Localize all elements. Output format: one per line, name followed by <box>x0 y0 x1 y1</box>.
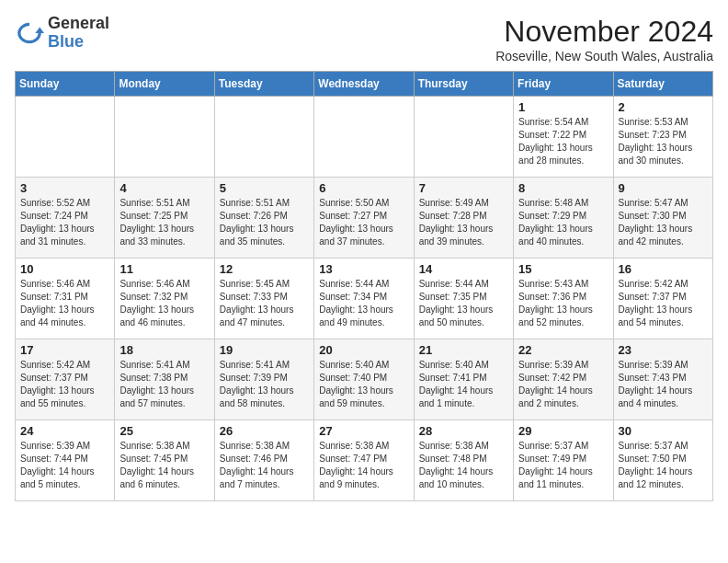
day-info: Sunrise: 5:37 AM Sunset: 7:50 PM Dayligh… <box>619 440 708 491</box>
calendar-cell: 17Sunrise: 5:42 AM Sunset: 7:37 PM Dayli… <box>16 339 115 420</box>
day-info: Sunrise: 5:39 AM Sunset: 7:44 PM Dayligh… <box>20 440 109 491</box>
day-number: 17 <box>20 343 109 357</box>
header-tuesday: Tuesday <box>214 72 313 97</box>
calendar-cell: 9Sunrise: 5:47 AM Sunset: 7:30 PM Daylig… <box>613 178 712 259</box>
calendar-cell: 3Sunrise: 5:52 AM Sunset: 7:24 PM Daylig… <box>16 178 115 259</box>
day-info: Sunrise: 5:46 AM Sunset: 7:31 PM Dayligh… <box>20 278 109 329</box>
calendar-table: Sunday Monday Tuesday Wednesday Thursday… <box>15 71 713 501</box>
day-number: 11 <box>119 262 209 276</box>
day-info: Sunrise: 5:49 AM Sunset: 7:28 PM Dayligh… <box>419 197 508 248</box>
day-info: Sunrise: 5:48 AM Sunset: 7:29 PM Dayligh… <box>518 197 608 248</box>
day-number: 23 <box>619 343 708 357</box>
calendar-week-row: 1Sunrise: 5:54 AM Sunset: 7:22 PM Daylig… <box>16 97 713 178</box>
day-info: Sunrise: 5:52 AM Sunset: 7:24 PM Dayligh… <box>20 197 109 248</box>
calendar-cell: 24Sunrise: 5:39 AM Sunset: 7:44 PM Dayli… <box>16 420 115 501</box>
day-info: Sunrise: 5:41 AM Sunset: 7:39 PM Dayligh… <box>220 359 309 410</box>
calendar-cell <box>314 97 414 178</box>
day-number: 2 <box>619 100 708 114</box>
day-number: 20 <box>319 343 408 357</box>
calendar-cell <box>414 97 513 178</box>
day-info: Sunrise: 5:44 AM Sunset: 7:35 PM Dayligh… <box>419 278 508 329</box>
calendar-cell: 12Sunrise: 5:45 AM Sunset: 7:33 PM Dayli… <box>214 259 313 339</box>
header-monday: Monday <box>115 72 214 97</box>
day-info: Sunrise: 5:47 AM Sunset: 7:30 PM Dayligh… <box>619 197 708 248</box>
header-sunday: Sunday <box>16 72 115 97</box>
day-number: 24 <box>20 424 109 438</box>
day-info: Sunrise: 5:39 AM Sunset: 7:43 PM Dayligh… <box>619 359 708 410</box>
day-number: 9 <box>619 181 708 195</box>
day-info: Sunrise: 5:40 AM Sunset: 7:40 PM Dayligh… <box>319 359 408 410</box>
page-header: General Blue November 2024 Roseville, Ne… <box>15 15 713 63</box>
calendar-week-row: 10Sunrise: 5:46 AM Sunset: 7:31 PM Dayli… <box>16 259 713 339</box>
calendar-cell: 28Sunrise: 5:38 AM Sunset: 7:48 PM Dayli… <box>414 420 513 501</box>
logo-icon <box>15 18 44 48</box>
day-number: 18 <box>119 343 209 357</box>
day-number: 10 <box>20 262 109 276</box>
month-title: November 2024 <box>495 15 713 49</box>
header-friday: Friday <box>514 72 613 97</box>
calendar-week-row: 24Sunrise: 5:39 AM Sunset: 7:44 PM Dayli… <box>16 420 713 501</box>
calendar-cell: 2Sunrise: 5:53 AM Sunset: 7:23 PM Daylig… <box>613 97 712 178</box>
day-number: 5 <box>220 181 309 195</box>
day-number: 21 <box>419 343 508 357</box>
day-info: Sunrise: 5:41 AM Sunset: 7:38 PM Dayligh… <box>119 359 209 410</box>
day-info: Sunrise: 5:43 AM Sunset: 7:36 PM Dayligh… <box>518 278 608 329</box>
calendar-cell: 20Sunrise: 5:40 AM Sunset: 7:40 PM Dayli… <box>314 339 414 420</box>
day-number: 19 <box>220 343 309 357</box>
calendar-cell: 29Sunrise: 5:37 AM Sunset: 7:49 PM Dayli… <box>514 420 613 501</box>
day-number: 1 <box>518 100 608 114</box>
logo-general: General <box>48 14 109 32</box>
day-number: 27 <box>319 424 408 438</box>
day-number: 28 <box>419 424 508 438</box>
calendar-cell: 19Sunrise: 5:41 AM Sunset: 7:39 PM Dayli… <box>214 339 313 420</box>
calendar-cell: 26Sunrise: 5:38 AM Sunset: 7:46 PM Dayli… <box>214 420 313 501</box>
calendar-cell: 18Sunrise: 5:41 AM Sunset: 7:38 PM Dayli… <box>115 339 214 420</box>
calendar-cell <box>16 97 115 178</box>
title-block: November 2024 Roseville, New South Wales… <box>495 15 713 63</box>
calendar-header-row: Sunday Monday Tuesday Wednesday Thursday… <box>16 72 713 97</box>
day-info: Sunrise: 5:38 AM Sunset: 7:48 PM Dayligh… <box>419 440 508 491</box>
day-info: Sunrise: 5:51 AM Sunset: 7:25 PM Dayligh… <box>119 197 209 248</box>
day-info: Sunrise: 5:42 AM Sunset: 7:37 PM Dayligh… <box>20 359 109 410</box>
day-number: 12 <box>220 262 309 276</box>
day-number: 4 <box>119 181 209 195</box>
calendar-cell <box>115 97 214 178</box>
day-number: 22 <box>518 343 608 357</box>
day-number: 30 <box>619 424 708 438</box>
logo-blue: Blue <box>48 32 84 51</box>
calendar-cell: 13Sunrise: 5:44 AM Sunset: 7:34 PM Dayli… <box>314 259 414 339</box>
calendar-cell: 22Sunrise: 5:39 AM Sunset: 7:42 PM Dayli… <box>514 339 613 420</box>
calendar-cell: 16Sunrise: 5:42 AM Sunset: 7:37 PM Dayli… <box>613 259 712 339</box>
day-info: Sunrise: 5:53 AM Sunset: 7:23 PM Dayligh… <box>619 116 708 167</box>
day-info: Sunrise: 5:44 AM Sunset: 7:34 PM Dayligh… <box>319 278 408 329</box>
day-info: Sunrise: 5:54 AM Sunset: 7:22 PM Dayligh… <box>518 116 608 167</box>
calendar-cell: 6Sunrise: 5:50 AM Sunset: 7:27 PM Daylig… <box>314 178 414 259</box>
day-info: Sunrise: 5:38 AM Sunset: 7:47 PM Dayligh… <box>319 440 408 491</box>
day-info: Sunrise: 5:38 AM Sunset: 7:46 PM Dayligh… <box>220 440 309 491</box>
calendar-cell: 15Sunrise: 5:43 AM Sunset: 7:36 PM Dayli… <box>514 259 613 339</box>
day-number: 29 <box>518 424 608 438</box>
day-info: Sunrise: 5:40 AM Sunset: 7:41 PM Dayligh… <box>419 359 508 410</box>
calendar-cell: 25Sunrise: 5:38 AM Sunset: 7:45 PM Dayli… <box>115 420 214 501</box>
calendar-cell: 4Sunrise: 5:51 AM Sunset: 7:25 PM Daylig… <box>115 178 214 259</box>
location-subtitle: Roseville, New South Wales, Australia <box>495 49 713 63</box>
day-number: 25 <box>119 424 209 438</box>
logo: General Blue <box>15 15 109 52</box>
day-number: 15 <box>518 262 608 276</box>
day-info: Sunrise: 5:42 AM Sunset: 7:37 PM Dayligh… <box>619 278 708 329</box>
calendar-cell: 11Sunrise: 5:46 AM Sunset: 7:32 PM Dayli… <box>115 259 214 339</box>
day-number: 8 <box>518 181 608 195</box>
day-number: 14 <box>419 262 508 276</box>
day-info: Sunrise: 5:46 AM Sunset: 7:32 PM Dayligh… <box>119 278 209 329</box>
day-info: Sunrise: 5:51 AM Sunset: 7:26 PM Dayligh… <box>220 197 309 248</box>
calendar-cell: 21Sunrise: 5:40 AM Sunset: 7:41 PM Dayli… <box>414 339 513 420</box>
calendar-cell: 10Sunrise: 5:46 AM Sunset: 7:31 PM Dayli… <box>16 259 115 339</box>
calendar-cell: 5Sunrise: 5:51 AM Sunset: 7:26 PM Daylig… <box>214 178 313 259</box>
header-wednesday: Wednesday <box>314 72 414 97</box>
calendar-cell <box>214 97 313 178</box>
day-number: 16 <box>619 262 708 276</box>
calendar-cell: 30Sunrise: 5:37 AM Sunset: 7:50 PM Dayli… <box>613 420 712 501</box>
calendar-cell: 8Sunrise: 5:48 AM Sunset: 7:29 PM Daylig… <box>514 178 613 259</box>
day-number: 6 <box>319 181 408 195</box>
day-number: 3 <box>20 181 109 195</box>
